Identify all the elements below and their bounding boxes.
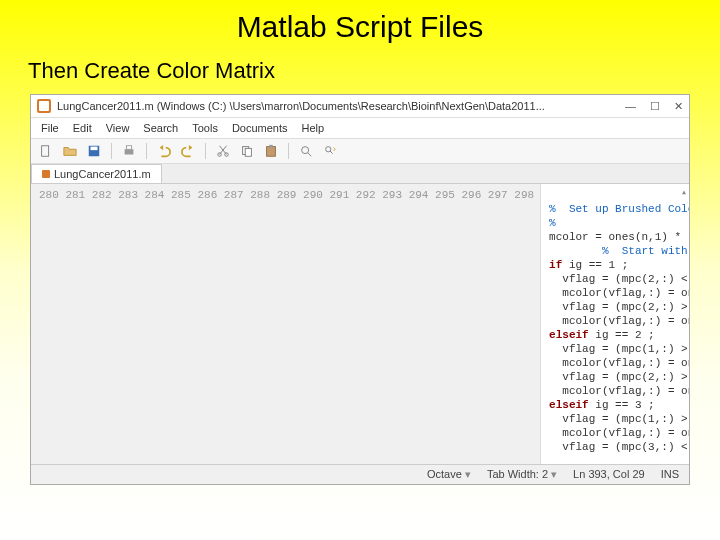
code-area[interactable]: 280 281 282 283 284 285 286 287 288 289 … — [31, 184, 689, 464]
new-file-icon[interactable] — [37, 142, 55, 160]
toolbar — [31, 139, 689, 164]
copy-icon[interactable] — [238, 142, 256, 160]
scroll-up-icon[interactable]: ▴ — [681, 186, 687, 200]
minimize-button[interactable]: — — [625, 100, 636, 113]
paste-icon[interactable] — [262, 142, 280, 160]
status-tabwidth[interactable]: Tab Width: 2 — [487, 468, 557, 481]
svg-rect-3 — [125, 149, 134, 154]
print-icon[interactable] — [120, 142, 138, 160]
svg-rect-10 — [269, 145, 273, 148]
svg-rect-4 — [126, 146, 131, 150]
tabbar: LungCancer2011.m — [31, 164, 689, 184]
menu-help[interactable]: Help — [302, 122, 325, 134]
menu-view[interactable]: View — [106, 122, 130, 134]
app-icon — [37, 99, 51, 113]
file-tab-icon — [42, 170, 50, 178]
code-content[interactable]: % Set up Brushed Color Matrix % mcolor =… — [541, 184, 689, 464]
status-cursor-position: Ln 393, Col 29 — [573, 468, 645, 481]
statusbar: Octave Tab Width: 2 Ln 393, Col 29 INS — [31, 464, 689, 484]
menubar: File Edit View Search Tools Documents He… — [31, 118, 689, 139]
save-icon[interactable] — [85, 142, 103, 160]
slide-title: Matlab Script Files — [0, 0, 720, 44]
svg-rect-8 — [245, 148, 251, 156]
menu-tools[interactable]: Tools — [192, 122, 218, 134]
maximize-button[interactable]: ☐ — [650, 100, 660, 113]
cut-icon[interactable] — [214, 142, 232, 160]
window-title: LungCancer2011.m (Windows (C:) \Users\ma… — [57, 100, 617, 112]
slide-subtitle: Then Create Color Matrix — [0, 44, 720, 94]
status-language[interactable]: Octave — [427, 468, 471, 481]
file-tab[interactable]: LungCancer2011.m — [31, 164, 162, 183]
undo-icon[interactable] — [155, 142, 173, 160]
titlebar: LungCancer2011.m (Windows (C:) \Users\ma… — [31, 95, 689, 118]
menu-documents[interactable]: Documents — [232, 122, 288, 134]
replace-icon[interactable] — [321, 142, 339, 160]
svg-rect-2 — [91, 147, 98, 151]
svg-rect-9 — [267, 147, 276, 157]
editor-window: LungCancer2011.m (Windows (C:) \Users\ma… — [30, 94, 690, 485]
menu-edit[interactable]: Edit — [73, 122, 92, 134]
file-tab-label: LungCancer2011.m — [54, 168, 151, 180]
status-insert-mode: INS — [661, 468, 679, 481]
redo-icon[interactable] — [179, 142, 197, 160]
svg-point-11 — [302, 147, 309, 154]
open-file-icon[interactable] — [61, 142, 79, 160]
line-gutter: 280 281 282 283 284 285 286 287 288 289 … — [31, 184, 541, 464]
menu-file[interactable]: File — [41, 122, 59, 134]
close-button[interactable]: ✕ — [674, 100, 683, 113]
search-icon[interactable] — [297, 142, 315, 160]
svg-rect-0 — [42, 146, 49, 157]
menu-search[interactable]: Search — [143, 122, 178, 134]
